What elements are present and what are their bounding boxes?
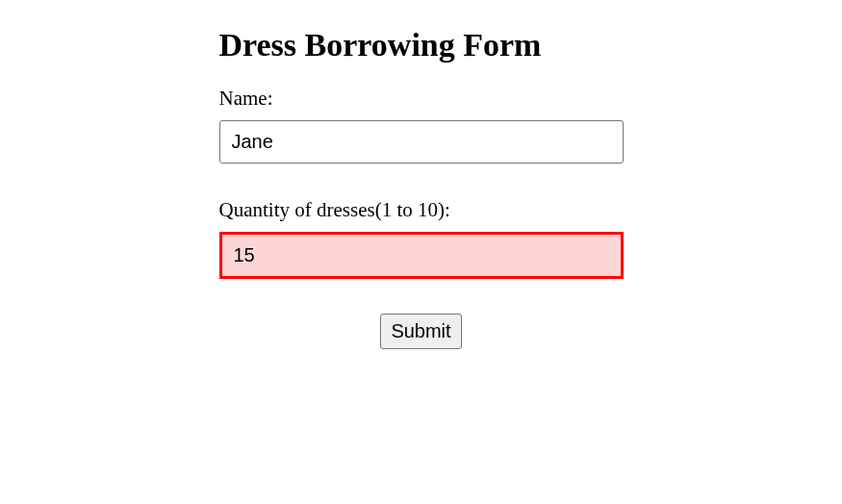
name-input[interactable] [219, 120, 624, 164]
name-label: Name: [219, 87, 624, 111]
submit-wrap: Submit [219, 314, 624, 349]
name-field-group: Name: [219, 87, 624, 164]
form-container: Dress Borrowing Form Name: Quantity of d… [219, 27, 624, 349]
dress-borrowing-form: Name: Quantity of dresses(1 to 10): Subm… [219, 87, 624, 349]
submit-button[interactable]: Submit [380, 314, 461, 349]
quantity-input[interactable] [219, 232, 624, 279]
quantity-field-group: Quantity of dresses(1 to 10): [219, 198, 624, 279]
page-title: Dress Borrowing Form [219, 27, 624, 63]
quantity-label: Quantity of dresses(1 to 10): [219, 198, 624, 222]
